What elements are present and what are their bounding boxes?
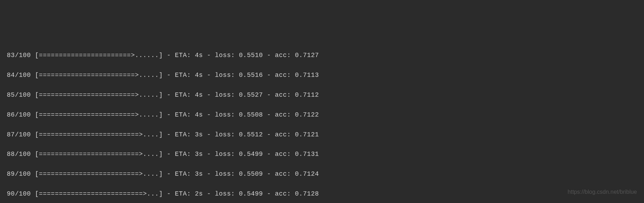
watermark-text: https://blog.csdn.net/briblue — [568, 188, 637, 197]
training-log-line: 87/100 [=========================>....] … — [3, 130, 641, 140]
training-log-line: 85/100 [========================>.....] … — [3, 90, 641, 100]
training-log-line: 83/100 [=======================>......] … — [3, 51, 641, 61]
training-log-line: 88/100 [=========================>....] … — [3, 150, 641, 159]
training-log-line: 84/100 [========================>.....] … — [3, 71, 641, 80]
terminal-output: 83/100 [=======================>......] … — [3, 41, 641, 203]
training-log-line: 90/100 [==========================>...] … — [3, 189, 641, 199]
training-log-line: 89/100 [=========================>....] … — [3, 169, 641, 179]
training-log-line: 86/100 [========================>.....] … — [3, 110, 641, 120]
